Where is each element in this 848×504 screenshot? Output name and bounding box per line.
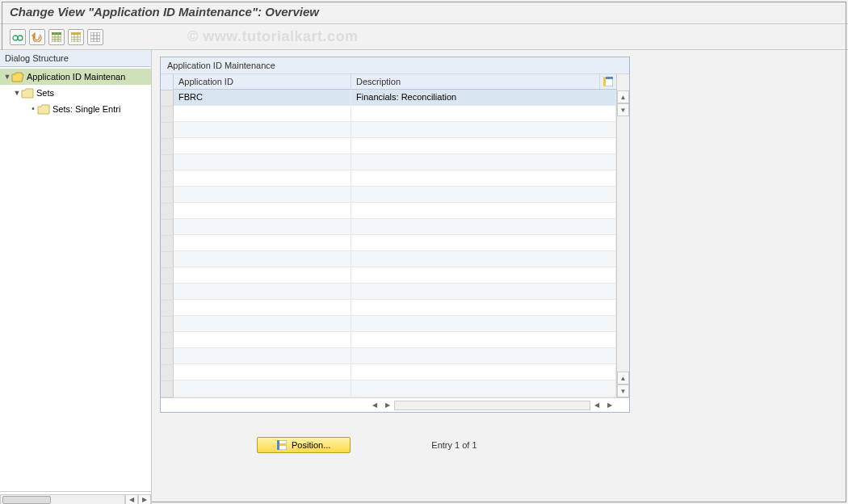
row-selector-column xyxy=(161,74,174,397)
table-row[interactable] xyxy=(174,267,616,284)
cell-description[interactable]: Financials: Reconciliation xyxy=(351,90,616,105)
main-area: Dialog Structure ▼ Application ID Mainte… xyxy=(0,50,848,504)
row-selector[interactable] xyxy=(161,268,174,284)
table-row[interactable] xyxy=(174,203,616,219)
table-row[interactable] xyxy=(174,122,616,138)
grid-green-icon xyxy=(52,32,61,42)
row-selector[interactable] xyxy=(161,107,174,123)
column-header-description[interactable]: Description xyxy=(351,74,600,89)
dialog-structure-panel: Dialog Structure ▼ Application ID Mainte… xyxy=(0,50,152,504)
select-all-button[interactable] xyxy=(48,29,65,45)
scroll-down-icon[interactable]: ▼ xyxy=(617,384,629,397)
scroll-right-icon[interactable]: ▶ xyxy=(381,400,394,411)
scroll-left-icon[interactable]: ◀ xyxy=(590,400,603,411)
table-frame: Application ID Maintenance xyxy=(160,57,630,413)
tree-node-application-id-maintenance[interactable]: ▼ Application ID Maintenan xyxy=(0,69,151,85)
bullet-icon: • xyxy=(29,103,37,116)
table-row[interactable] xyxy=(174,106,616,122)
glasses-icon xyxy=(12,32,23,42)
grid-horizontal-scrollbar[interactable]: ◀ ▶ ◀ ▶ xyxy=(161,397,629,412)
position-icon xyxy=(277,440,287,450)
scroll-left-icon[interactable]: ◀ xyxy=(125,494,138,505)
row-selector[interactable] xyxy=(161,139,174,155)
row-selector-header[interactable] xyxy=(161,74,174,90)
row-selector[interactable] xyxy=(161,365,174,381)
table-row[interactable] xyxy=(174,380,616,397)
scroll-down-icon[interactable]: ▼ xyxy=(617,103,629,116)
undo-button[interactable] xyxy=(29,29,45,45)
scroll-right-icon[interactable]: ▶ xyxy=(603,400,616,411)
left-horizontal-scrollbar[interactable]: ◀ ▶ xyxy=(0,491,151,504)
table-settings-button[interactable] xyxy=(600,74,616,89)
row-selector[interactable] xyxy=(161,123,174,139)
scroll-up-icon[interactable]: ▲ xyxy=(617,90,629,103)
data-grid: Application ID Description FBRC Financia… xyxy=(174,74,616,397)
table-row[interactable] xyxy=(174,219,616,235)
dialog-structure-header: Dialog Structure xyxy=(0,50,151,67)
deselect-button[interactable] xyxy=(87,29,103,45)
svg-rect-3 xyxy=(52,32,61,35)
table-row[interactable] xyxy=(174,300,616,316)
scroll-up-icon[interactable]: ▲ xyxy=(617,372,629,384)
table-row[interactable] xyxy=(174,348,616,364)
svg-point-0 xyxy=(13,36,18,40)
table-row[interactable] xyxy=(174,154,616,170)
row-selector[interactable] xyxy=(161,284,174,300)
expand-toggle-icon[interactable]: ▼ xyxy=(13,86,21,99)
expand-toggle-icon[interactable]: ▼ xyxy=(3,70,11,83)
row-selector[interactable] xyxy=(161,155,174,171)
tree-label: Application ID Maintenan xyxy=(27,70,125,83)
position-button[interactable]: Position... xyxy=(257,437,351,453)
row-selector[interactable] xyxy=(161,220,174,236)
footer-bar: Position... Entry 1 of 1 xyxy=(160,437,840,453)
tree-area: ▼ Application ID Maintenan ▼ Sets • Sets… xyxy=(0,67,151,491)
row-selector[interactable] xyxy=(161,349,174,365)
scrollbar-track[interactable] xyxy=(394,401,590,410)
svg-rect-24 xyxy=(279,443,287,446)
table-row[interactable] xyxy=(174,364,616,380)
scrollbar-thumb[interactable] xyxy=(2,496,51,504)
save-button[interactable] xyxy=(68,29,84,45)
table-row[interactable] xyxy=(174,235,616,251)
grid-yellow-icon xyxy=(71,32,81,42)
title-bar: Change View "Application ID Maintenance"… xyxy=(0,0,848,24)
row-selector[interactable] xyxy=(161,171,174,187)
row-selector[interactable] xyxy=(161,300,174,317)
table-row[interactable] xyxy=(174,251,616,267)
table-row[interactable] xyxy=(174,316,616,332)
undo-icon xyxy=(31,32,43,42)
grid-plain-icon xyxy=(90,32,100,42)
svg-rect-23 xyxy=(277,440,279,450)
svg-rect-21 xyxy=(606,77,613,79)
table-row[interactable] xyxy=(174,187,616,203)
table-row[interactable]: FBRC Financials: Reconciliation xyxy=(174,90,616,106)
row-selector[interactable] xyxy=(161,252,174,268)
position-button-label: Position... xyxy=(292,440,330,450)
row-selector[interactable] xyxy=(161,236,174,252)
page-title: Change View "Application ID Maintenance"… xyxy=(10,5,319,19)
svg-rect-20 xyxy=(603,77,606,86)
scrollbar-track[interactable] xyxy=(617,116,629,372)
vertical-scrollbar[interactable]: ▲ ▼ ▲ ▼ xyxy=(616,74,629,397)
table-row[interactable] xyxy=(174,138,616,154)
tree-node-sets[interactable]: ▼ Sets xyxy=(0,85,151,101)
scrollbar-track[interactable] xyxy=(0,494,125,505)
row-selector[interactable] xyxy=(161,90,174,107)
tree-node-sets-single[interactable]: • Sets: Single Entri xyxy=(0,101,151,117)
scroll-right-icon[interactable]: ▶ xyxy=(138,494,151,505)
row-selector[interactable] xyxy=(161,204,174,220)
table-row[interactable] xyxy=(174,332,616,348)
svg-point-1 xyxy=(18,36,23,40)
column-header-application-id[interactable]: Application ID xyxy=(174,74,351,89)
table-row[interactable] xyxy=(174,284,616,300)
application-toolbar: © www.tutorialkart.com xyxy=(0,24,848,50)
row-selector[interactable] xyxy=(161,381,174,397)
cell-application-id[interactable]: FBRC xyxy=(174,90,351,105)
row-selector[interactable] xyxy=(161,187,174,204)
row-selector[interactable] xyxy=(161,333,174,349)
table-row[interactable] xyxy=(174,170,616,187)
row-selector[interactable] xyxy=(161,317,174,333)
scroll-left-icon[interactable]: ◀ xyxy=(368,400,381,411)
other-view-button[interactable] xyxy=(10,29,26,45)
svg-rect-14 xyxy=(90,32,100,42)
